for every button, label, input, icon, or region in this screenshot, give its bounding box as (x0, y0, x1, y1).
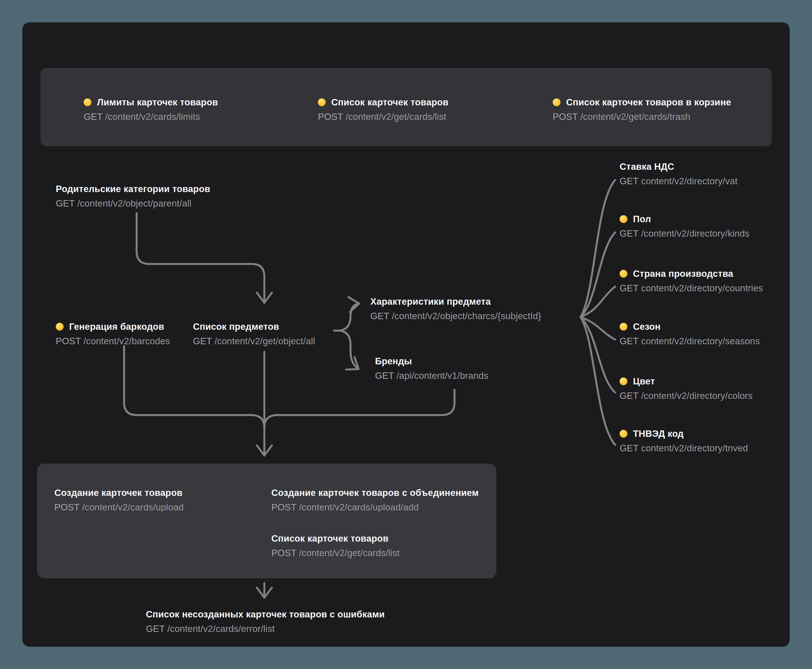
diagram-canvas: Необязательный метод (22, 22, 790, 647)
api-path: content/v2/directory/countries (641, 283, 763, 293)
api-node-cards-list-bottom: Список карточек товаров POST /content/v2… (271, 533, 399, 559)
api-title: Ставка НДС (620, 161, 674, 172)
http-method: GET (56, 198, 75, 208)
optional-dot-icon (620, 323, 627, 331)
api-path: /content/v2/get/cards/list (299, 548, 399, 558)
api-title: Создание карточек товаров (54, 487, 183, 498)
connector-charcs-to-countries (581, 287, 615, 317)
connector-brands-to-merge (276, 390, 455, 415)
api-title: Список карточек товаров (271, 533, 388, 544)
api-path: content/v2/directory/seasons (641, 336, 760, 346)
api-node-subject-charcs: Характеристики предмета GET /content/v2/… (370, 296, 541, 322)
api-title: Список карточек товаров в корзине (566, 97, 731, 108)
http-method: GET (84, 111, 103, 122)
http-method: GET (146, 624, 165, 634)
http-method: GET (620, 443, 638, 453)
connector-subjects-to-charcs (340, 304, 359, 331)
api-path: /content/v2/cards/upload (82, 502, 184, 512)
http-method: GET (620, 228, 638, 239)
http-method: POST (553, 111, 578, 122)
http-method: GET (193, 336, 212, 346)
connector-subjects-to-brands (340, 331, 359, 369)
connector-charcs-to-seasons (581, 317, 615, 340)
api-title: Цвет (633, 376, 655, 387)
connector-barcodes-to-merge (124, 346, 253, 415)
api-node-cards-upload: Создание карточек товаров POST /content/… (54, 487, 184, 513)
api-title: Пол (633, 213, 651, 225)
api-path: /content/v2/barcodes (83, 336, 170, 346)
bottom-methods-panel (37, 464, 496, 578)
http-method: GET (620, 283, 638, 293)
api-title: Характеристики предмета (370, 296, 491, 307)
connector-merge-funnel-right (264, 415, 276, 428)
http-method: GET (620, 336, 638, 346)
optional-dot-icon (84, 98, 91, 106)
api-title: Бренды (375, 356, 412, 367)
api-node-barcodes-generation: Генерация баркодов POST /content/v2/barc… (56, 321, 170, 347)
api-title: Родительские категории товаров (56, 183, 210, 195)
api-path: /content/v2/cards/error/list (167, 624, 275, 634)
api-path: /content/v2/cards/limits (105, 111, 200, 122)
api-path: /content/v2/directory/colors (641, 390, 753, 401)
api-title: Страна производства (633, 268, 733, 279)
connector-charcs-to-colors (581, 317, 615, 392)
api-title: Генерация баркодов (69, 321, 164, 332)
optional-dot-icon (620, 270, 627, 277)
api-path: content/v2/directory/tnved (641, 443, 748, 453)
api-node-brands: Бренды GET /api/content/v1/brands (375, 356, 488, 382)
http-method: POST (54, 502, 79, 512)
optional-dot-icon (318, 98, 326, 106)
api-node-subjects-list: Список предметов GET /content/v2/get/obj… (193, 321, 315, 347)
api-path: /content/v2/object/parent/all (77, 198, 191, 208)
api-path: /content/v2/get/cards/trash (580, 111, 690, 122)
api-node-directory-tnved: ТНВЭД код GET content/v2/directory/tnved (620, 428, 748, 454)
connector-parent-to-subjects (136, 213, 264, 303)
api-path: content/v2/directory/vat (641, 176, 738, 186)
connector-charcs-to-vat (581, 180, 615, 317)
http-method: GET (370, 311, 389, 321)
connector-charcs-to-tnved (581, 317, 615, 445)
optional-dot-icon (553, 98, 561, 106)
api-node-cards-trash: Список карточек товаров в корзине POST /… (553, 97, 731, 123)
api-path: /content/v2/get/object/all (214, 336, 315, 346)
http-method: POST (271, 502, 296, 512)
api-node-cards-list-top: Список карточек товаров POST /content/v2… (318, 97, 448, 123)
api-title: Сезон (633, 321, 660, 332)
api-title: Список несозданных карточек товаров с ош… (146, 609, 385, 620)
api-node-directory-seasons: Сезон GET content/v2/directory/seasons (620, 321, 760, 347)
api-path: /content/v2/cards/upload/add (299, 502, 419, 512)
api-node-cards-upload-add: Создание карточек товаров с объединением… (271, 487, 479, 513)
api-title: ТНВЭД код (633, 428, 684, 439)
api-node-directory-countries: Страна производства GET content/v2/direc… (620, 268, 763, 294)
connector-merge-funnel-left (253, 415, 264, 428)
optional-dot-icon (56, 323, 64, 331)
diagram-stage: Необязательный метод (0, 0, 812, 669)
optional-dot-icon (620, 430, 627, 438)
api-title: Список карточек товаров (331, 97, 448, 108)
optional-dot-icon (620, 215, 627, 223)
api-node-error-list: Список несозданных карточек товаров с ош… (146, 609, 385, 634)
api-node-directory-kinds: Пол GET /content/v2/directory/kinds (620, 213, 750, 239)
api-path: /api/content/v1/brands (396, 370, 488, 381)
api-node-directory-vat: Ставка НДС GET content/v2/directory/vat (620, 161, 738, 187)
api-node-directory-colors: Цвет GET /content/v2/directory/colors (620, 376, 753, 402)
api-path: /content/v2/object/charcs/{subjectId} (392, 311, 541, 321)
optional-dot-icon (620, 377, 627, 385)
api-node-parent-categories: Родительские категории товаров GET /cont… (56, 183, 210, 209)
http-method: GET (375, 370, 394, 381)
http-method: POST (318, 111, 343, 122)
api-title: Список предметов (193, 321, 279, 332)
api-path: /content/v2/directory/kinds (641, 228, 750, 239)
http-method: POST (56, 336, 81, 346)
api-title: Создание карточек товаров с объединением (271, 487, 479, 498)
http-method: GET (620, 390, 638, 401)
api-node-cards-limits: Лимиты карточек товаров GET /content/v2/… (84, 97, 218, 123)
http-method: GET (620, 176, 638, 186)
api-path: /content/v2/get/cards/list (345, 111, 446, 122)
connector-charcs-to-kinds (581, 232, 615, 317)
http-method: POST (271, 548, 296, 558)
api-title: Лимиты карточек товаров (97, 97, 218, 108)
